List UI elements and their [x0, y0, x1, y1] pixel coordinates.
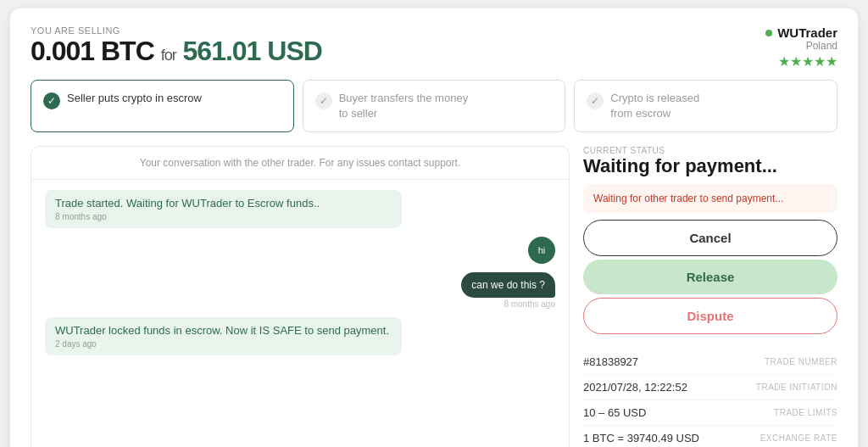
trade-initiation-key: TRADE INITIATION	[756, 383, 837, 392]
trader-stars: ★★★★★	[765, 53, 837, 70]
selling-amount: 0.001 BTC for 561.01 USD	[31, 36, 322, 67]
status-label: CURRENT STATUS	[583, 146, 837, 155]
user-msg-time: 8 months ago	[504, 299, 555, 309]
cancel-button[interactable]: Cancel	[583, 220, 837, 256]
list-item: Trade started. Waiting for WUTrader to E…	[45, 190, 555, 228]
trade-number-key: TRADE NUMBER	[765, 357, 837, 366]
trader-country: Poland	[765, 40, 837, 52]
step-3: ✓ Crypto is released from escrow	[574, 80, 837, 132]
step-1: ✓ Seller puts crypto in escrow	[31, 80, 294, 132]
trade-limits-value: 10 – 65 USD	[583, 406, 646, 419]
steps-bar: ✓ Seller puts crypto in escrow ✓ Buyer t…	[31, 80, 837, 132]
selling-label: You are selling	[31, 25, 322, 36]
trade-number-value: #81838927	[583, 355, 638, 368]
list-item: can we do this ? 8 months ago	[45, 272, 555, 309]
release-button[interactable]: Release	[583, 260, 837, 294]
table-row: 1 BTC = 39740.49 USD EXCHANGE RATE	[583, 426, 837, 447]
system-message-2: WUTrader locked funds in escrow. Now it …	[45, 317, 402, 355]
status-info-box: Waiting for other trader to send payment…	[583, 184, 837, 213]
main-area: Your conversation with the other trader.…	[31, 146, 837, 447]
exchange-rate-key: EXCHANGE RATE	[760, 433, 837, 443]
trade-initiation-value: 2021/07/28, 12:22:52	[583, 381, 687, 394]
dispute-button[interactable]: Dispute	[583, 298, 837, 334]
table-row: 2021/07/28, 12:22:52 TRADE INITIATION	[583, 375, 837, 400]
trade-limits-key: TRADE LIMITS	[774, 408, 837, 417]
usd-amount: 561.01 USD	[183, 36, 322, 66]
step-2-icon: ✓	[315, 92, 332, 109]
step-2: ✓ Buyer transfers the money to seller	[303, 80, 566, 132]
step-3-icon: ✓	[587, 92, 604, 109]
system-message-1: Trade started. Waiting for WUTrader to E…	[45, 190, 402, 228]
main-container: You are selling 0.001 BTC for 561.01 USD…	[10, 8, 858, 447]
chat-panel: Your conversation with the other trader.…	[31, 146, 570, 447]
chat-messages: Trade started. Waiting for WUTrader to E…	[31, 180, 569, 447]
list-item: hi	[45, 237, 555, 264]
step-1-text: Seller puts crypto in escrow	[67, 91, 202, 106]
btc-amount: 0.001 BTC	[31, 36, 154, 66]
selling-info: You are selling 0.001 BTC for 561.01 USD	[31, 25, 322, 67]
exchange-rate-value: 1 BTC = 39740.49 USD	[583, 432, 699, 444]
status-section: CURRENT STATUS Waiting for payment... Wa…	[583, 146, 837, 338]
step-3-text: Crypto is released from escrow	[610, 91, 699, 121]
step-2-text: Buyer transfers the money to seller	[339, 91, 468, 121]
status-title: Waiting for payment...	[583, 155, 837, 177]
user-message: can we do this ?	[461, 272, 555, 298]
online-dot	[765, 30, 772, 36]
table-row: 10 – 65 USD TRADE LIMITS	[583, 400, 837, 426]
for-text: for	[161, 47, 176, 64]
table-row: #81838927 TRADE NUMBER	[583, 349, 837, 375]
hi-bubble: hi	[528, 237, 555, 264]
trader-info: WUTrader Poland ★★★★★	[765, 25, 837, 70]
top-bar: You are selling 0.001 BTC for 561.01 USD…	[31, 25, 837, 70]
trader-name: WUTrader	[765, 25, 837, 40]
step-1-icon: ✓	[43, 92, 60, 109]
trade-details: #81838927 TRADE NUMBER 2021/07/28, 12:22…	[583, 349, 837, 447]
list-item: WUTrader locked funds in escrow. Now it …	[45, 317, 555, 355]
right-panel: CURRENT STATUS Waiting for payment... Wa…	[583, 146, 837, 447]
chat-header: Your conversation with the other trader.…	[31, 147, 569, 180]
